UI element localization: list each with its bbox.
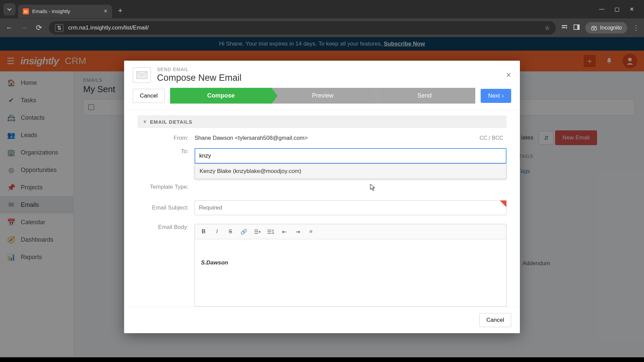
minimize-icon[interactable]: —: [599, 6, 604, 12]
svg-rect-1: [562, 27, 565, 28]
side-panel-icon[interactable]: [573, 24, 580, 32]
close-window-icon[interactable]: ✕: [630, 6, 634, 12]
section-title: EMAIL DETAILS: [150, 119, 193, 125]
bookmark-star-icon[interactable]: ☆: [545, 24, 550, 32]
bullet-list-icon[interactable]: ☰•: [251, 226, 263, 237]
maximize-icon[interactable]: ▢: [614, 6, 620, 12]
svg-marker-2: [566, 27, 568, 29]
tab-search-dropdown[interactable]: [3, 3, 15, 15]
chevron-right-icon: ›: [502, 93, 504, 99]
signature-text: S.Dawson: [201, 259, 228, 266]
svg-point-5: [591, 27, 594, 30]
wizard-steps: Compose Preview Send: [170, 88, 475, 104]
browser-toolbar: ← → ⟳ ⇅ crm.na1.insightly.com/list/Email…: [0, 18, 644, 37]
address-bar[interactable]: ⇅ crm.na1.insightly.com/list/Email/ ☆: [49, 21, 556, 35]
window-controls: — ▢ ✕: [599, 6, 641, 12]
new-tab-button[interactable]: +: [118, 6, 122, 15]
email-details-section[interactable]: ▾ EMAIL DETAILS: [138, 115, 506, 128]
numbered-list-icon[interactable]: ☰1: [265, 226, 277, 237]
recipient-suggestion[interactable]: Kenzy Blake (knzyblake@moodjoy.com): [195, 164, 506, 179]
body-label: Email Body:: [138, 224, 195, 231]
chevron-down-icon: ▾: [144, 119, 147, 125]
editor-toolbar: B I S 🔗 ☰• ☰1 ⇤ ⇥ ≡: [195, 224, 506, 239]
incognito-indicator[interactable]: Incognito: [585, 22, 627, 34]
incognito-label: Incognito: [600, 25, 622, 31]
email-body-editor: B I S 🔗 ☰• ☰1 ⇤ ⇥ ≡ S.Daw: [195, 224, 506, 307]
browser-menu-icon[interactable]: ⋮: [633, 24, 639, 32]
next-label: Next: [488, 93, 500, 99]
step-preview[interactable]: Preview: [272, 88, 373, 104]
app-viewport: Hi Shane. Your trial expires in 14 days.…: [0, 37, 644, 357]
favicon-icon: in: [23, 8, 29, 14]
reload-icon[interactable]: ⟳: [34, 23, 44, 32]
svg-rect-4: [577, 25, 579, 29]
subject-input[interactable]: [195, 200, 506, 215]
bold-icon[interactable]: B: [198, 226, 210, 237]
modal-subtitle: SEND EMAIL: [157, 67, 241, 72]
footer-cancel-button[interactable]: Cancel: [479, 313, 511, 327]
browser-tab[interactable]: in Emails - Insightly ×: [18, 5, 112, 18]
site-settings-icon[interactable]: ⇅: [55, 24, 63, 32]
indent-icon[interactable]: ⇥: [291, 226, 304, 237]
compose-email-modal: SEND EMAIL Compose New Email × Cancel Co…: [124, 61, 520, 333]
align-icon[interactable]: ≡: [305, 226, 317, 237]
strikethrough-icon[interactable]: S: [224, 226, 236, 237]
mail-icon: [133, 67, 151, 83]
cc-bcc-toggle[interactable]: CC / BCC: [480, 135, 506, 141]
to-input[interactable]: [195, 148, 506, 164]
editor-textarea[interactable]: S.Dawson: [195, 239, 506, 306]
url-text: crm.na1.insightly.com/list/Email/: [68, 24, 149, 31]
from-value: Shane Dawson <tylersarah508@gmail.com>: [195, 135, 480, 141]
media-control-icon[interactable]: [561, 24, 568, 32]
close-tab-icon[interactable]: ×: [104, 8, 107, 15]
back-icon[interactable]: ←: [5, 23, 14, 32]
incognito-icon: [591, 25, 597, 31]
tab-title: Emails - Insightly: [32, 8, 70, 14]
italic-icon[interactable]: I: [211, 226, 223, 237]
svg-rect-0: [562, 25, 567, 26]
outdent-icon[interactable]: ⇤: [278, 226, 290, 237]
taskbar-sliver: [0, 357, 644, 362]
cancel-button[interactable]: Cancel: [133, 89, 165, 103]
from-label: From:: [138, 135, 195, 141]
next-button[interactable]: Next ›: [481, 89, 511, 103]
close-modal-icon[interactable]: ×: [506, 70, 511, 80]
step-send[interactable]: Send: [374, 88, 475, 104]
forward-icon: →: [19, 23, 29, 32]
svg-point-6: [594, 27, 597, 30]
template-type-label: Template Type:: [138, 184, 195, 190]
subject-label: Email Subject:: [138, 204, 195, 211]
required-indicator-icon: [500, 200, 506, 207]
browser-tab-strip: in Emails - Insightly × + — ▢ ✕: [0, 0, 644, 18]
modal-overlay: SEND EMAIL Compose New Email × Cancel Co…: [0, 37, 644, 357]
link-icon[interactable]: 🔗: [238, 226, 250, 237]
step-compose[interactable]: Compose: [170, 88, 272, 104]
to-label: To:: [138, 148, 195, 155]
modal-title: Compose New Email: [157, 73, 241, 83]
